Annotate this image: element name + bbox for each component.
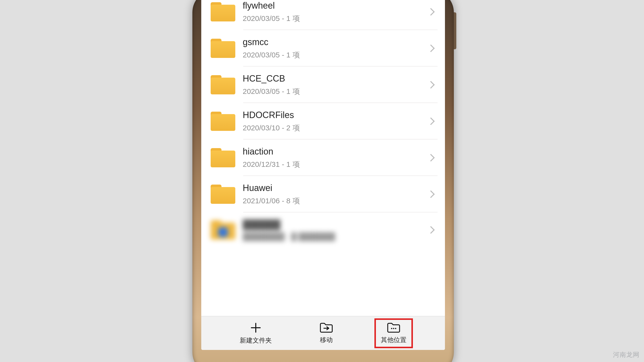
folder-name: HCE_CCB — [243, 73, 428, 84]
plus-icon — [250, 322, 262, 334]
chevron-right-icon — [427, 190, 434, 198]
watermark: 河南龙网 — [613, 351, 640, 359]
folder-name: ██████ — [243, 219, 428, 230]
folder-name: flywheel — [243, 0, 428, 11]
folder-ellipsis-icon — [387, 322, 400, 333]
folder-arrow-icon — [320, 322, 333, 333]
folder-icon — [211, 39, 235, 58]
move-label: 移动 — [320, 336, 333, 344]
file-manager-screen: flywheel 2020/03/05 - 1 项 gsmcc 2020/03/… — [201, 0, 445, 350]
folder-meta: 2020/03/05 - 1 项 — [243, 13, 428, 24]
folder-icon — [211, 112, 235, 131]
new-folder-label: 新建文件夹 — [240, 336, 272, 345]
chevron-right-icon — [427, 226, 434, 234]
chevron-right-icon — [427, 154, 434, 161]
folder-row-hce-ccb[interactable]: HCE_CCB 2020/03/05 - 1 项 — [201, 66, 445, 103]
folder-icon — [211, 75, 235, 94]
side-button — [454, 12, 456, 49]
chevron-right-icon — [427, 44, 434, 52]
folder-meta: 2021/01/06 - 8 项 — [243, 196, 428, 206]
other-location-button[interactable]: 其他位置 — [376, 320, 411, 346]
folder-row-hiaction[interactable]: hiaction 2020/12/31 - 1 项 — [201, 139, 445, 176]
folder-meta: ████████ - █ ███████ — [243, 232, 428, 241]
folder-row-flywheel[interactable]: flywheel 2020/03/05 - 1 项 — [201, 0, 445, 30]
row-text: Huawei 2021/01/06 - 8 项 — [243, 182, 428, 206]
folder-row-hdocrfiles[interactable]: HDOCRFiles 2020/03/10 - 2 项 — [201, 103, 445, 139]
folder-meta: 2020/03/10 - 2 项 — [243, 123, 428, 133]
row-text: flywheel 2020/03/05 - 1 项 — [243, 0, 428, 24]
folder-meta: 2020/12/31 - 1 项 — [243, 159, 428, 170]
svg-point-0 — [391, 328, 392, 329]
row-text: HCE_CCB 2020/03/05 - 1 项 — [243, 73, 428, 97]
chevron-right-icon — [427, 81, 434, 88]
folder-icon — [211, 185, 235, 204]
chevron-right-icon — [427, 117, 434, 125]
folder-list: flywheel 2020/03/05 - 1 项 gsmcc 2020/03/… — [201, 0, 445, 316]
new-folder-button[interactable]: 新建文件夹 — [235, 320, 276, 347]
folder-name: gsmcc — [243, 36, 428, 47]
row-text: gsmcc 2020/03/05 - 1 项 — [243, 36, 428, 60]
folder-row-gsmcc[interactable]: gsmcc 2020/03/05 - 1 项 — [201, 30, 445, 66]
bottom-toolbar: 新建文件夹 移动 — [201, 316, 445, 350]
row-text: HDOCRFiles 2020/03/10 - 2 项 — [243, 109, 428, 133]
other-location-label: 其他位置 — [381, 336, 406, 344]
folder-name: hiaction — [243, 146, 428, 157]
folder-meta: 2020/03/05 - 1 项 — [243, 86, 428, 97]
row-text: ██████ ████████ - █ ███████ — [243, 219, 428, 241]
folder-name: Huawei — [243, 182, 428, 193]
folder-name: HDOCRFiles — [243, 109, 428, 120]
folder-row-blurred[interactable]: ██████ ████████ - █ ███████ — [201, 212, 445, 247]
row-text: hiaction 2020/12/31 - 1 项 — [243, 146, 428, 170]
chevron-right-icon — [427, 8, 434, 15]
svg-point-2 — [395, 328, 396, 329]
svg-point-1 — [393, 328, 394, 329]
folder-icon — [211, 2, 235, 21]
move-button[interactable]: 移动 — [315, 320, 338, 346]
phone-frame: flywheel 2020/03/05 - 1 项 gsmcc 2020/03/… — [192, 0, 454, 362]
folder-row-huawei[interactable]: Huawei 2021/01/06 - 8 项 — [201, 176, 445, 212]
folder-icon — [211, 220, 235, 240]
folder-icon — [211, 148, 235, 167]
folder-meta: 2020/03/05 - 1 项 — [243, 50, 428, 60]
